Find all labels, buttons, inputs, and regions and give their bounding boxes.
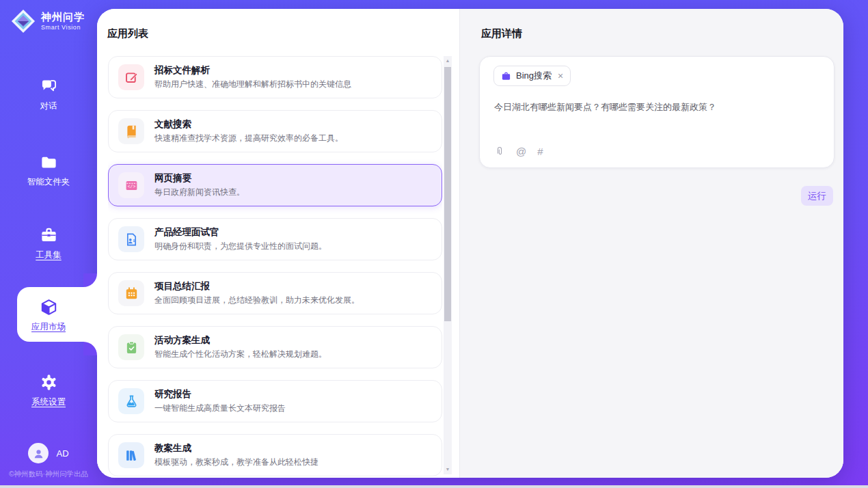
- active-tab-fillet-top: [83, 273, 97, 287]
- paperclip-icon[interactable]: [494, 146, 505, 157]
- clipboard-check-icon: [124, 340, 139, 355]
- app-name: 招标文件解析: [154, 64, 351, 77]
- flask-icon: [124, 394, 139, 409]
- calendar-icon: [124, 286, 139, 301]
- list-item[interactable]: 研究报告一键智能生成高质量长文本研究报告: [108, 380, 442, 422]
- app-name: 教案生成: [154, 442, 318, 455]
- tool-tag-bing-search[interactable]: Bing搜索 ×: [493, 66, 571, 86]
- list-item[interactable]: 项目总结汇报全面回顾项目进展，总结经验教训，助力未来优化发展。: [108, 272, 442, 314]
- briefcase-icon: [501, 71, 511, 81]
- scroll-up-icon[interactable]: ▲: [444, 57, 452, 64]
- list-item[interactable]: 招标文件解析帮助用户快速、准确地理解和解析招标书中的关键信息: [108, 56, 442, 98]
- app-list-rows: 招标文件解析帮助用户快速、准确地理解和解析招标书中的关键信息文献搜索快速精准查找…: [108, 56, 442, 478]
- list-item[interactable]: 活动方案生成智能生成个性化活动方案，轻松解决规划难题。: [108, 326, 442, 368]
- app-list-scrollbar[interactable]: ▲ ▼: [444, 56, 452, 474]
- scroll-down-icon[interactable]: ▼: [444, 466, 452, 473]
- active-tab-fillet-bottom: [83, 342, 97, 355]
- sidebar-item-label: 智能文件夹: [27, 176, 70, 188]
- app-texts: 研究报告一键智能生成高质量长文本研究报告: [154, 388, 286, 414]
- run-button[interactable]: 运行: [801, 186, 833, 206]
- app-icon-tile: [118, 118, 144, 144]
- prompt-card[interactable]: Bing搜索 × 今日湖北有哪些新闻要点？有哪些需要关注的最新政策？ @ #: [479, 56, 835, 168]
- list-item[interactable]: </>网页摘要每日政府新闻资讯快查。: [108, 164, 442, 206]
- bottom-scroll-track[interactable]: [0, 485, 868, 488]
- list-item[interactable]: 教案生成模板驱动，教案秒成，教学准备从此轻松快捷: [108, 434, 442, 476]
- sidebar-item-smart-folders[interactable]: 智能文件夹: [0, 153, 97, 188]
- app-texts: 项目总结汇报全面回顾项目进展，总结经验教训，助力未来优化发展。: [154, 280, 360, 306]
- app-desc: 全面回顾项目进展，总结经验教训，助力未来优化发展。: [154, 295, 360, 306]
- sidebar-item-label: 系统设置: [31, 396, 66, 408]
- prompt-input[interactable]: 今日湖北有哪些新闻要点？有哪些需要关注的最新政策？: [494, 100, 820, 114]
- browser-code-icon: </>: [124, 178, 139, 193]
- sidebar-item-app-market[interactable]: 应用市场: [0, 298, 97, 333]
- brand-title: 神州问学: [41, 12, 85, 23]
- app-name: 研究报告: [154, 388, 286, 401]
- copyright: ©神州数码·神州问学出品: [0, 470, 97, 479]
- brand: 神州问学 Smart Vision: [10, 8, 85, 34]
- app-texts: 教案生成模板驱动，教案秒成，教学准备从此轻松快捷: [154, 442, 318, 468]
- sidebar-item-toolset[interactable]: 工具集: [0, 226, 97, 261]
- app-texts: 产品经理面试官明确身份和职责，为您提供专业性的面试问题。: [154, 226, 327, 252]
- app-icon-tile: [118, 442, 144, 468]
- svg-text:</>: </>: [127, 185, 135, 189]
- hash-icon[interactable]: #: [537, 146, 543, 157]
- app-list-title: 应用列表: [107, 27, 148, 40]
- main-container: 应用列表 招标文件解析帮助用户快速、准确地理解和解析招标书中的关键信息文献搜索快…: [97, 9, 843, 478]
- app-icon-tile: </>: [118, 172, 144, 198]
- app-desc: 每日政府新闻资讯快查。: [154, 187, 245, 198]
- app-icon-tile: [118, 280, 144, 306]
- book-icon: [124, 124, 139, 139]
- app-detail-title: 应用详情: [481, 27, 522, 40]
- sidebar-item-label: 对话: [40, 100, 57, 112]
- mention-icon[interactable]: @: [516, 146, 526, 157]
- interview-icon: [124, 232, 139, 247]
- sidebar-item-chat[interactable]: 对话: [0, 77, 97, 112]
- app-desc: 一键智能生成高质量长文本研究报告: [154, 403, 286, 414]
- sidebar-item-settings[interactable]: 系统设置: [0, 373, 97, 408]
- chat-icon: [40, 77, 58, 96]
- sidebar-item-label: 应用市场: [31, 321, 66, 333]
- app-texts: 网页摘要每日政府新闻资讯快查。: [154, 172, 245, 198]
- toolbox-icon: [40, 226, 58, 245]
- app-detail-panel: 应用详情 Bing搜索 × 今日湖北有哪些新闻要点？有哪些需要关注的最新政策？: [460, 9, 843, 478]
- input-toolbar: @ #: [494, 146, 543, 157]
- app-texts: 活动方案生成智能生成个性化活动方案，轻松解决规划难题。: [154, 334, 327, 360]
- user-initials: AD: [56, 448, 68, 459]
- app-name: 产品经理面试官: [154, 226, 327, 239]
- brand-logo-icon: [10, 8, 36, 34]
- close-icon[interactable]: ×: [558, 71, 563, 81]
- app-desc: 快速精准查找学术资源，提高研究效率的必备工具。: [154, 133, 343, 144]
- person-icon: [32, 447, 45, 460]
- sidebar: 神州问学 Smart Vision 对话智能文件夹工具集应用市场系统设置 AD …: [0, 0, 97, 488]
- tool-tag-label: Bing搜索: [516, 70, 552, 82]
- gear-icon: [40, 373, 58, 392]
- user-account[interactable]: AD: [0, 443, 97, 463]
- app-desc: 模板驱动，教案秒成，教学准备从此轻松快捷: [154, 457, 318, 468]
- app-name: 项目总结汇报: [154, 280, 360, 293]
- app-desc: 帮助用户快速、准确地理解和解析招标书中的关键信息: [154, 79, 351, 90]
- books-icon: [124, 448, 139, 463]
- cube-icon: [40, 298, 58, 316]
- app-icon-tile: [118, 388, 144, 414]
- app-icon-tile: [118, 226, 144, 252]
- list-item[interactable]: 文献搜索快速精准查找学术资源，提高研究效率的必备工具。: [108, 110, 442, 152]
- scrollbar-thumb[interactable]: [444, 67, 451, 321]
- brand-subtitle: Smart Vision: [41, 24, 85, 31]
- app-icon-tile: [118, 64, 144, 90]
- folder-icon: [40, 153, 58, 172]
- edit-doc-icon: [124, 70, 139, 85]
- app-desc: 明确身份和职责，为您提供专业性的面试问题。: [154, 241, 327, 252]
- app-desc: 智能生成个性化活动方案，轻松解决规划难题。: [154, 349, 327, 360]
- app-list-panel: 应用列表 招标文件解析帮助用户快速、准确地理解和解析招标书中的关键信息文献搜索快…: [97, 9, 460, 478]
- list-item[interactable]: 产品经理面试官明确身份和职责，为您提供专业性的面试问题。: [108, 218, 442, 260]
- app-texts: 文献搜索快速精准查找学术资源，提高研究效率的必备工具。: [154, 118, 343, 144]
- app-icon-tile: [118, 334, 144, 360]
- app-name: 活动方案生成: [154, 334, 327, 347]
- avatar[interactable]: [28, 443, 49, 463]
- app-texts: 招标文件解析帮助用户快速、准确地理解和解析招标书中的关键信息: [154, 64, 351, 90]
- app-name: 文献搜索: [154, 118, 343, 131]
- sidebar-item-label: 工具集: [36, 249, 62, 261]
- app-name: 网页摘要: [154, 172, 245, 185]
